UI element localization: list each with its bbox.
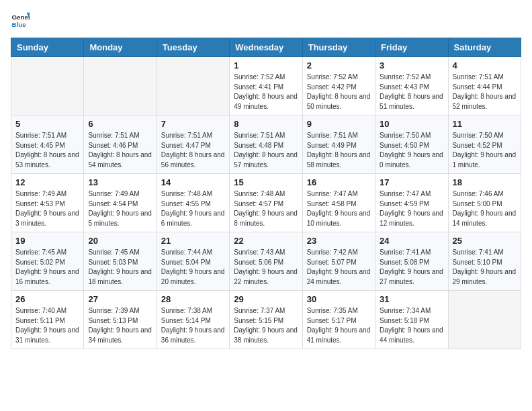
calendar-cell: 15Sunrise: 7:48 AM Sunset: 4:57 PM Dayli… (230, 174, 302, 232)
day-number: 16 (307, 177, 371, 187)
day-number: 24 (380, 236, 443, 246)
calendar-cell: 22Sunrise: 7:43 AM Sunset: 5:06 PM Dayli… (230, 232, 302, 291)
day-number: 17 (380, 177, 443, 187)
day-number: 10 (380, 119, 443, 129)
calendar-cell: 14Sunrise: 7:48 AM Sunset: 4:55 PM Dayli… (157, 174, 229, 232)
day-info: Sunrise: 7:35 AM Sunset: 5:17 PM Dayligh… (307, 306, 371, 345)
calendar-cell (11, 57, 84, 116)
calendar-header-wednesday: Wednesday (230, 38, 302, 57)
day-info: Sunrise: 7:51 AM Sunset: 4:49 PM Dayligh… (307, 131, 371, 170)
calendar-cell: 12Sunrise: 7:49 AM Sunset: 4:53 PM Dayli… (11, 174, 84, 232)
calendar-week-row: 5Sunrise: 7:51 AM Sunset: 4:45 PM Daylig… (11, 116, 521, 174)
calendar-cell (157, 57, 229, 116)
calendar-cell: 13Sunrise: 7:49 AM Sunset: 4:54 PM Dayli… (84, 174, 157, 232)
day-info: Sunrise: 7:52 AM Sunset: 4:43 PM Dayligh… (380, 73, 443, 111)
day-info: Sunrise: 7:44 AM Sunset: 5:04 PM Dayligh… (161, 248, 225, 287)
day-info: Sunrise: 7:48 AM Sunset: 4:55 PM Dayligh… (161, 189, 225, 228)
calendar-cell: 11Sunrise: 7:50 AM Sunset: 4:52 PM Dayli… (448, 116, 521, 174)
calendar-cell: 18Sunrise: 7:46 AM Sunset: 5:00 PM Dayli… (448, 174, 521, 232)
calendar-cell: 2Sunrise: 7:52 AM Sunset: 4:42 PM Daylig… (302, 57, 375, 116)
day-number: 23 (307, 236, 371, 246)
calendar-header-sunday: Sunday (11, 38, 84, 57)
day-number: 15 (234, 177, 298, 187)
day-number: 18 (453, 177, 517, 187)
day-info: Sunrise: 7:48 AM Sunset: 4:57 PM Dayligh… (234, 189, 298, 228)
day-info: Sunrise: 7:39 AM Sunset: 5:13 PM Dayligh… (88, 306, 152, 345)
calendar-cell: 19Sunrise: 7:45 AM Sunset: 5:02 PM Dayli… (11, 232, 84, 291)
logo: GeneralBlue (11, 11, 30, 30)
calendar-cell: 1Sunrise: 7:52 AM Sunset: 4:41 PM Daylig… (230, 57, 302, 116)
calendar-cell: 26Sunrise: 7:40 AM Sunset: 5:11 PM Dayli… (11, 291, 84, 349)
calendar-cell: 8Sunrise: 7:51 AM Sunset: 4:48 PM Daylig… (230, 116, 302, 174)
calendar-header-thursday: Thursday (302, 38, 375, 57)
day-info: Sunrise: 7:45 AM Sunset: 5:03 PM Dayligh… (88, 248, 152, 287)
calendar-cell: 3Sunrise: 7:52 AM Sunset: 4:43 PM Daylig… (375, 57, 448, 116)
day-number: 27 (88, 294, 152, 304)
day-info: Sunrise: 7:49 AM Sunset: 4:54 PM Dayligh… (88, 189, 152, 228)
calendar-week-row: 12Sunrise: 7:49 AM Sunset: 4:53 PM Dayli… (11, 174, 521, 232)
calendar-cell: 30Sunrise: 7:35 AM Sunset: 5:17 PM Dayli… (302, 291, 375, 349)
day-info: Sunrise: 7:45 AM Sunset: 5:02 PM Dayligh… (15, 248, 79, 287)
calendar-cell: 9Sunrise: 7:51 AM Sunset: 4:49 PM Daylig… (302, 116, 375, 174)
day-info: Sunrise: 7:37 AM Sunset: 5:15 PM Dayligh… (234, 306, 298, 345)
day-info: Sunrise: 7:47 AM Sunset: 4:59 PM Dayligh… (380, 189, 443, 228)
logo-icon: GeneralBlue (11, 11, 30, 30)
day-number: 4 (453, 60, 517, 71)
day-number: 25 (453, 236, 517, 246)
day-info: Sunrise: 7:51 AM Sunset: 4:47 PM Dayligh… (161, 131, 225, 170)
calendar-cell: 24Sunrise: 7:41 AM Sunset: 5:08 PM Dayli… (375, 232, 448, 291)
day-number: 13 (88, 177, 152, 187)
calendar-cell: 4Sunrise: 7:51 AM Sunset: 4:44 PM Daylig… (448, 57, 521, 116)
calendar-cell: 28Sunrise: 7:38 AM Sunset: 5:14 PM Dayli… (157, 291, 229, 349)
day-number: 22 (234, 236, 298, 246)
calendar-cell: 17Sunrise: 7:47 AM Sunset: 4:59 PM Dayli… (375, 174, 448, 232)
day-number: 21 (161, 236, 225, 246)
day-number: 20 (88, 236, 152, 246)
day-info: Sunrise: 7:49 AM Sunset: 4:53 PM Dayligh… (15, 189, 79, 228)
day-number: 6 (88, 119, 152, 129)
day-info: Sunrise: 7:46 AM Sunset: 5:00 PM Dayligh… (453, 189, 517, 228)
calendar-cell (448, 291, 521, 349)
day-number: 28 (161, 294, 225, 304)
day-number: 26 (15, 294, 79, 304)
calendar-header-tuesday: Tuesday (157, 38, 229, 57)
calendar-cell: 25Sunrise: 7:41 AM Sunset: 5:10 PM Dayli… (448, 232, 521, 291)
day-info: Sunrise: 7:52 AM Sunset: 4:42 PM Dayligh… (307, 73, 371, 111)
calendar-cell: 7Sunrise: 7:51 AM Sunset: 4:47 PM Daylig… (157, 116, 229, 174)
day-number: 11 (453, 119, 517, 129)
calendar-week-row: 19Sunrise: 7:45 AM Sunset: 5:02 PM Dayli… (11, 232, 521, 291)
day-number: 3 (380, 60, 443, 71)
calendar-cell: 5Sunrise: 7:51 AM Sunset: 4:45 PM Daylig… (11, 116, 84, 174)
day-number: 7 (161, 119, 225, 129)
calendar-cell: 20Sunrise: 7:45 AM Sunset: 5:03 PM Dayli… (84, 232, 157, 291)
day-number: 2 (307, 60, 371, 71)
calendar-cell (84, 57, 157, 116)
calendar-cell: 10Sunrise: 7:50 AM Sunset: 4:50 PM Dayli… (375, 116, 448, 174)
calendar-header-row: SundayMondayTuesdayWednesdayThursdayFrid… (11, 38, 521, 57)
svg-text:Blue: Blue (11, 21, 26, 28)
day-number: 29 (234, 294, 298, 304)
day-info: Sunrise: 7:51 AM Sunset: 4:44 PM Dayligh… (453, 73, 517, 111)
day-info: Sunrise: 7:43 AM Sunset: 5:06 PM Dayligh… (234, 248, 298, 287)
svg-text:General: General (11, 13, 30, 21)
day-info: Sunrise: 7:47 AM Sunset: 4:58 PM Dayligh… (307, 189, 371, 228)
day-info: Sunrise: 7:51 AM Sunset: 4:48 PM Dayligh… (234, 131, 298, 170)
calendar-header-monday: Monday (84, 38, 157, 57)
day-number: 8 (234, 119, 298, 129)
calendar-week-row: 26Sunrise: 7:40 AM Sunset: 5:11 PM Dayli… (11, 291, 521, 349)
calendar-table: SundayMondayTuesdayWednesdayThursdayFrid… (11, 38, 521, 349)
calendar-cell: 31Sunrise: 7:34 AM Sunset: 5:18 PM Dayli… (375, 291, 448, 349)
day-number: 14 (161, 177, 225, 187)
day-number: 1 (234, 60, 298, 71)
day-info: Sunrise: 7:41 AM Sunset: 5:10 PM Dayligh… (453, 248, 517, 287)
day-number: 12 (15, 177, 79, 187)
day-info: Sunrise: 7:50 AM Sunset: 4:50 PM Dayligh… (380, 131, 443, 170)
day-info: Sunrise: 7:50 AM Sunset: 4:52 PM Dayligh… (453, 131, 517, 170)
day-info: Sunrise: 7:51 AM Sunset: 4:45 PM Dayligh… (15, 131, 79, 170)
calendar-cell: 21Sunrise: 7:44 AM Sunset: 5:04 PM Dayli… (157, 232, 229, 291)
calendar-header-friday: Friday (375, 38, 448, 57)
day-number: 5 (15, 119, 79, 129)
day-info: Sunrise: 7:51 AM Sunset: 4:46 PM Dayligh… (88, 131, 152, 170)
day-info: Sunrise: 7:52 AM Sunset: 4:41 PM Dayligh… (234, 73, 298, 111)
calendar-week-row: 1Sunrise: 7:52 AM Sunset: 4:41 PM Daylig… (11, 57, 521, 116)
